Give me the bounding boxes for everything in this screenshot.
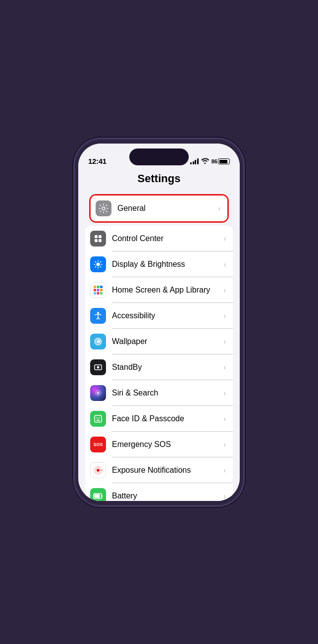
exposure-icon <box>90 462 106 478</box>
faceid-icon <box>90 411 106 427</box>
wallpaper-icon <box>90 334 106 349</box>
display-label: Display & Brightness <box>112 260 223 269</box>
svg-rect-1 <box>95 235 98 238</box>
settings-item-standby[interactable]: StandBy › <box>85 354 233 380</box>
battery-body <box>218 158 230 164</box>
svg-point-21 <box>97 392 99 394</box>
status-time: 12:41 <box>88 157 106 165</box>
page-title: Settings <box>78 168 240 192</box>
svg-point-15 <box>97 312 99 314</box>
svg-rect-8 <box>100 286 103 288</box>
sos-icon: SOS <box>90 437 106 452</box>
battery-status: 86 <box>212 158 230 164</box>
wifi-icon <box>201 158 209 165</box>
svg-point-16 <box>97 340 100 343</box>
battery-label: Battery <box>112 492 223 500</box>
settings-item-accessibility[interactable]: Accessibility › <box>85 303 233 329</box>
battery-icon <box>90 488 106 501</box>
standby-label: StandBy <box>112 363 223 372</box>
dynamic-island <box>129 149 189 165</box>
exposure-label: Exposure Notifications <box>112 466 223 475</box>
accessibility-label: Accessibility <box>112 311 223 320</box>
battery-fill <box>219 160 227 163</box>
home-screen-label: Home Screen & App Library <box>112 286 223 295</box>
svg-point-18 <box>97 366 100 368</box>
svg-point-23 <box>97 469 100 472</box>
standby-chevron: › <box>223 363 226 371</box>
settings-item-sos[interactable]: SOS Emergency SOS › <box>85 432 233 457</box>
signal-icon <box>190 158 199 164</box>
svg-rect-4 <box>99 239 102 242</box>
svg-rect-3 <box>95 239 98 242</box>
svg-rect-10 <box>97 289 100 291</box>
faceid-label: Face ID & Passcode <box>112 414 223 423</box>
content-area[interactable]: Settings General › <box>78 168 240 501</box>
svg-rect-2 <box>99 235 102 238</box>
siri-label: Siri & Search <box>112 389 223 397</box>
siri-chevron: › <box>223 389 226 397</box>
svg-rect-6 <box>94 286 96 288</box>
settings-item-display[interactable]: Display & Brightness › <box>85 251 233 277</box>
status-icons: 86 <box>190 158 230 165</box>
faceid-chevron: › <box>223 415 226 423</box>
wallpaper-chevron: › <box>223 338 226 346</box>
exposure-chevron: › <box>223 466 226 474</box>
sos-chevron: › <box>223 441 226 448</box>
battery-percentage: 86 <box>212 158 217 164</box>
control-center-icon <box>90 231 106 247</box>
general-highlighted-wrapper: General › <box>89 194 229 223</box>
display-icon <box>90 256 106 272</box>
phone-screen: 12:41 86 <box>78 144 240 501</box>
svg-rect-7 <box>97 286 100 288</box>
accessibility-icon <box>90 308 106 324</box>
control-center-label: Control Center <box>112 234 223 243</box>
general-label: General <box>117 204 218 213</box>
home-screen-chevron: › <box>223 286 226 294</box>
settings-item-general[interactable]: General › <box>91 196 227 221</box>
settings-item-siri[interactable]: Siri & Search › <box>85 380 233 406</box>
settings-item-battery[interactable]: Battery › <box>85 483 233 501</box>
display-chevron: › <box>223 260 226 268</box>
settings-item-wallpaper[interactable]: Wallpaper › <box>85 329 233 354</box>
control-center-chevron: › <box>223 235 226 243</box>
general-icon <box>96 200 111 216</box>
standby-icon <box>90 359 106 375</box>
svg-rect-9 <box>94 289 96 291</box>
svg-point-5 <box>97 262 100 266</box>
settings-item-control-center[interactable]: Control Center › <box>85 226 233 251</box>
battery-chevron: › <box>223 492 226 500</box>
svg-rect-11 <box>100 289 103 291</box>
svg-point-0 <box>102 207 105 210</box>
svg-rect-13 <box>97 292 100 295</box>
svg-rect-12 <box>94 292 96 295</box>
svg-rect-14 <box>100 292 103 295</box>
sos-label: Emergency SOS <box>112 440 223 449</box>
wallpaper-label: Wallpaper <box>112 337 223 346</box>
svg-rect-27 <box>95 494 100 497</box>
general-chevron: › <box>218 204 220 212</box>
accessibility-chevron: › <box>223 312 226 320</box>
status-bar: 12:41 86 <box>78 144 240 168</box>
phone-shell: 12:41 86 <box>74 139 244 506</box>
settings-item-exposure[interactable]: Exposure Notifications › <box>85 457 233 483</box>
siri-icon <box>90 385 106 401</box>
settings-item-home-screen[interactable]: Home Screen & App Library › <box>85 277 233 303</box>
settings-item-faceid[interactable]: Face ID & Passcode › <box>85 406 233 432</box>
home-screen-icon <box>90 282 106 298</box>
